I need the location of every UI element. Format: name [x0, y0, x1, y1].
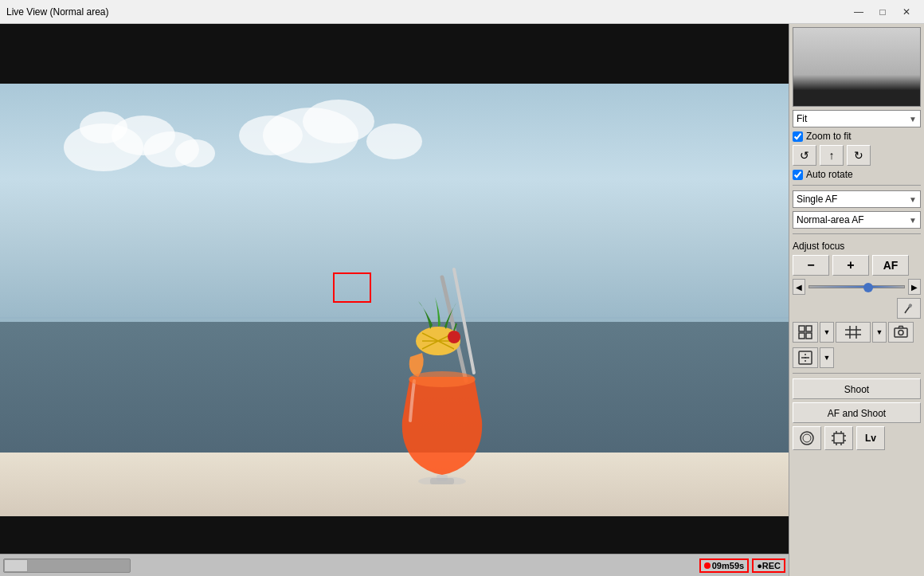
focus-right-arrow[interactable]: ▶ — [908, 279, 921, 295]
focus-slider-row: ◀ ▶ — [793, 279, 921, 295]
svg-rect-18 — [806, 333, 812, 339]
rotate-up-button[interactable]: ↑ — [820, 145, 844, 166]
grid-row-2: ▼ — [793, 347, 921, 368]
rec-label-badge: ●REC — [752, 558, 785, 573]
main-content: 09m59s ●REC Fit ▼ Zoom to fit ↺ ↑ ↻ — [0, 24, 924, 576]
svg-point-11 — [409, 371, 476, 387]
status-left — [3, 558, 131, 573]
grid-lines-dropdown[interactable]: ▼ — [872, 322, 887, 343]
focus-area-button[interactable] — [824, 426, 853, 450]
rec-timer: 09m59s — [699, 558, 749, 573]
maximize-button[interactable]: □ — [871, 4, 894, 20]
auto-rotate-checkbox[interactable] — [793, 170, 803, 180]
focus-plus-button[interactable]: + — [832, 255, 869, 276]
eyedropper-button[interactable] — [897, 298, 921, 319]
fit-dropdown-arrow: ▼ — [909, 115, 917, 123]
zoom-to-fit-label: Zoom to fit — [806, 131, 852, 142]
focus-left-arrow[interactable]: ◀ — [793, 279, 805, 295]
svg-point-24 — [899, 331, 903, 335]
af-focus-box — [333, 272, 371, 303]
title-bar: Live View (Normal area) — □ ✕ — [0, 0, 924, 24]
single-af-label: Single AF — [797, 194, 837, 205]
right-panel: Fit ▼ Zoom to fit ↺ ↑ ↻ Auto rotate Sing… — [789, 24, 924, 576]
black-bar-top — [0, 24, 789, 84]
single-af-dropdown[interactable]: Single AF ▼ — [793, 190, 921, 208]
af-and-shoot-button[interactable]: AF and Shoot — [793, 402, 921, 423]
rec-text: ●REC — [757, 561, 781, 570]
svg-rect-15 — [799, 326, 805, 331]
rotate-ccw-button[interactable]: ↺ — [793, 145, 816, 166]
svg-line-13 — [905, 311, 906, 313]
camera-panel: 09m59s ●REC — [0, 24, 789, 576]
grid-row-1: ▼ ▼ — [793, 322, 921, 343]
zoom-to-fit-checkbox[interactable] — [793, 131, 803, 142]
camera-settings-button[interactable] — [888, 322, 914, 343]
rotate-cw-button[interactable]: ↻ — [847, 145, 871, 166]
focus-thumb — [863, 283, 873, 292]
single-af-arrow: ▼ — [909, 195, 917, 204]
status-right: 09m59s ●REC — [699, 558, 785, 573]
cloud-group-left — [64, 108, 223, 203]
svg-point-6 — [448, 331, 460, 343]
exposure-dropdown[interactable]: ▼ — [820, 347, 834, 368]
window-title: Live View (Normal area) — [6, 6, 109, 18]
focus-adjust-row: − + AF — [793, 255, 921, 276]
auto-rotate-row: Auto rotate — [793, 169, 921, 180]
svg-rect-10 — [430, 478, 454, 484]
grid-lines-button[interactable] — [836, 322, 871, 343]
bottom-icon-row: Lv — [793, 426, 921, 450]
status-bar: 09m59s ●REC — [0, 554, 789, 576]
adjust-focus-label: Adjust focus — [793, 241, 921, 252]
divider-3 — [793, 373, 921, 374]
shoot-button[interactable]: Shoot — [793, 378, 921, 399]
scrollbar-thumb — [4, 559, 28, 572]
fit-dropdown-label: Fit — [797, 113, 807, 124]
drink — [362, 261, 522, 484]
minimize-button[interactable]: — — [848, 4, 870, 20]
grid-view-dropdown[interactable]: ▼ — [820, 322, 834, 343]
close-button[interactable]: ✕ — [895, 4, 918, 20]
focus-slider[interactable] — [808, 285, 905, 288]
normal-area-af-dropdown[interactable]: Normal-area AF ▼ — [793, 211, 921, 229]
svg-rect-17 — [799, 333, 805, 339]
zoom-to-fit-row: Zoom to fit — [793, 131, 921, 142]
thumbnail-preview — [793, 27, 921, 107]
fit-dropdown[interactable]: Fit ▼ — [793, 110, 921, 127]
divider-2 — [793, 233, 921, 234]
grid-view-button[interactable] — [793, 322, 818, 343]
normal-area-af-label: Normal-area AF — [797, 214, 864, 225]
rec-dot — [704, 562, 711, 569]
capture-icon-button[interactable] — [793, 426, 821, 450]
pencil-row — [793, 298, 921, 319]
svg-point-28 — [801, 432, 813, 445]
lv-button[interactable]: Lv — [856, 426, 885, 450]
svg-point-29 — [803, 434, 811, 442]
scrollbar[interactable] — [3, 558, 131, 573]
rotate-icon-row: ↺ ↑ ↻ — [793, 145, 921, 166]
af-button[interactable]: AF — [872, 255, 909, 276]
normal-area-af-arrow: ▼ — [909, 216, 917, 225]
exposure-button[interactable] — [793, 347, 818, 368]
rec-time-display: 09m59s — [712, 561, 744, 570]
svg-rect-16 — [806, 326, 812, 331]
svg-rect-23 — [895, 328, 907, 337]
svg-rect-30 — [834, 433, 844, 443]
auto-rotate-label: Auto rotate — [806, 169, 853, 180]
camera-view[interactable] — [0, 84, 789, 516]
svg-line-1 — [454, 269, 474, 373]
cloud-group-center — [239, 100, 438, 179]
window-controls: — □ ✕ — [848, 4, 918, 20]
divider-1 — [793, 185, 921, 186]
focus-minus-button[interactable]: − — [793, 255, 829, 276]
